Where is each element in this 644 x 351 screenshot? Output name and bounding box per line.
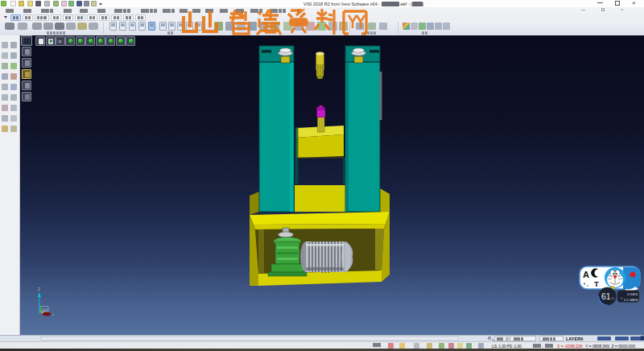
svg-text:Z: Z [38, 287, 40, 291]
svg-text:A: A [583, 270, 589, 279]
svg-text:61: 61 [601, 291, 611, 301]
svg-text:T: T [594, 279, 599, 288]
svg-text:%: % [612, 296, 615, 300]
svg-text:0 KB/S: 0 KB/S [627, 292, 638, 296]
svg-text:0.5 MB/S: 0.5 MB/S [624, 298, 638, 302]
